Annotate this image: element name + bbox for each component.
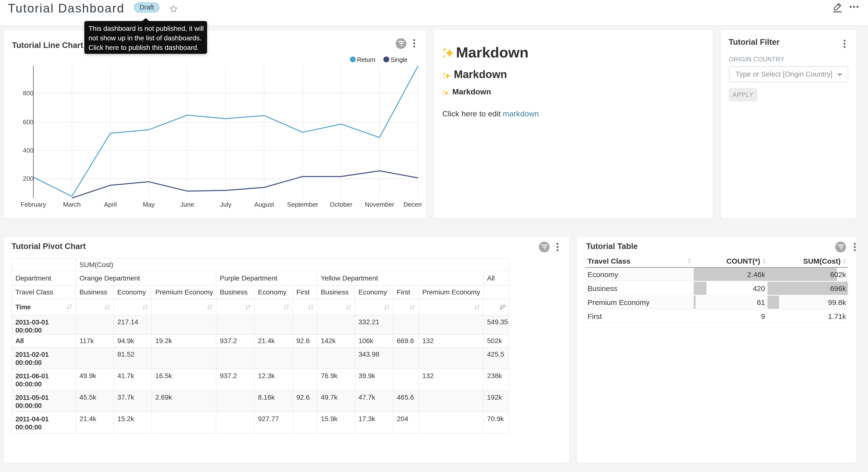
svg-text:400: 400: [23, 147, 33, 154]
svg-text:March: March: [63, 201, 81, 208]
svg-text:October: October: [330, 201, 352, 208]
svg-text:600: 600: [23, 118, 33, 126]
svg-text:September: September: [287, 201, 318, 208]
svg-text:April: April: [104, 201, 117, 208]
svg-text:800: 800: [23, 89, 33, 97]
svg-text:November: November: [365, 201, 394, 208]
svg-text:May: May: [143, 201, 155, 208]
svg-text:February: February: [21, 201, 46, 208]
svg-text:200: 200: [23, 175, 33, 182]
svg-text:July: July: [220, 201, 231, 208]
svg-text:June: June: [181, 201, 194, 208]
svg-text:December: December: [403, 201, 426, 208]
svg-text:August: August: [254, 201, 274, 208]
